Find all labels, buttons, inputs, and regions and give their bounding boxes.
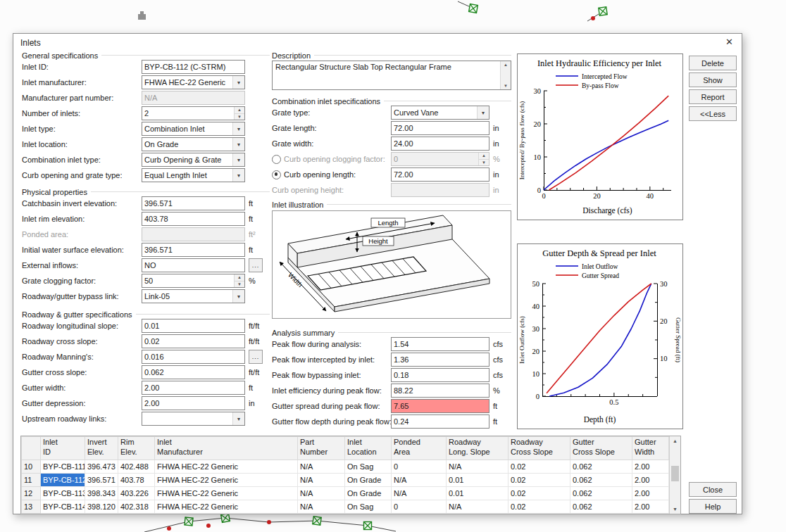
row-number-cell[interactable]: 13 — [22, 500, 41, 514]
show-button[interactable]: Show — [689, 72, 737, 87]
table-cell[interactable]: BYP-CB-111 ( — [41, 460, 85, 474]
table-cell[interactable]: 0 — [392, 460, 447, 474]
table-row[interactable]: 11BYP-CB-112 (396.571403.78FHWA HEC-22 G… — [22, 474, 669, 487]
table-cell[interactable]: 0.02 — [509, 500, 570, 514]
ellipsis-button[interactable]: ... — [249, 350, 263, 364]
curb-opening-clogging-factor-radio[interactable] — [272, 155, 281, 164]
table-cell[interactable]: 402.488 — [118, 460, 155, 474]
column-header[interactable]: RimElev. — [118, 437, 155, 460]
spinner-buttons[interactable]: ▲▼ — [478, 153, 489, 165]
table-cell[interactable]: 2.00 — [632, 460, 669, 474]
curb-opening-length-radio[interactable] — [272, 170, 281, 179]
gutter-spread-during-peak-flow-input[interactable]: 7.65 — [391, 399, 489, 413]
description-input[interactable]: Rectangular Structure Slab Top Rectangul… — [272, 61, 511, 90]
table-cell[interactable]: 0.02 — [509, 474, 570, 487]
column-header[interactable]: RoadwayLong. Slope — [447, 437, 509, 460]
inlet-type-select[interactable]: Combination Inlet▾ — [142, 122, 245, 136]
table-cell[interactable]: N/A — [392, 487, 447, 500]
external-inflows-input[interactable]: NO — [142, 258, 245, 272]
table-cell[interactable]: N/A — [447, 460, 509, 474]
table-cell[interactable]: FHWA HEC-22 Generic — [155, 500, 298, 514]
initial-water-surface-elevation-input[interactable]: 396.571 — [142, 243, 245, 257]
table-cell[interactable]: BYP-CB-112 ( — [41, 474, 85, 487]
gutter-depression-input[interactable]: 2.00 — [142, 396, 245, 410]
table-cell[interactable]: On Grade — [345, 474, 392, 487]
chevron-down-icon[interactable]: ▾ — [232, 76, 244, 89]
scroll-down-icon[interactable]: ▼ — [670, 507, 680, 512]
scroll-up-icon[interactable]: ▲ — [670, 438, 680, 443]
chevron-down-icon[interactable]: ▾ — [232, 412, 244, 425]
column-header[interactable] — [22, 437, 41, 460]
table-cell[interactable]: 398.120 — [85, 500, 118, 514]
gutter-cross-slope-input[interactable]: 0.062 — [142, 365, 245, 379]
table-cell[interactable]: 0.02 — [509, 487, 570, 500]
table-cell[interactable]: 0.01 — [447, 474, 509, 487]
inlet-id-input[interactable]: BYP-CB-112 (C-STRM) — [142, 60, 245, 74]
number-of-inlets-spinner[interactable]: 2▲▼ — [142, 106, 245, 120]
scrollbar-thumb[interactable] — [671, 466, 679, 481]
inlet-location-select[interactable]: On Grade▾ — [142, 137, 245, 151]
report-button[interactable]: Report — [689, 89, 737, 104]
inlet-efficiency-during-peak-flow-input[interactable]: 88.22 — [391, 384, 489, 398]
inlet-rim-elevation-input[interactable]: 403.78 — [142, 212, 245, 226]
column-header[interactable]: InletManufacturer — [155, 437, 298, 460]
row-number-cell[interactable]: 10 — [22, 460, 41, 474]
spinner-down-icon[interactable]: ▼ — [479, 160, 489, 166]
curb-opening-height-input[interactable] — [391, 183, 489, 197]
table-cell[interactable]: On Sag — [345, 500, 392, 514]
table-row[interactable]: 12BYP-CB-113 (398.343403.226FHWA HEC-22 … — [22, 487, 669, 500]
table-cell[interactable]: 2.00 — [632, 487, 669, 500]
table-cell[interactable]: 403.226 — [118, 487, 155, 500]
table-cell[interactable]: 2.00 — [632, 474, 669, 487]
column-header[interactable]: InletLocation — [345, 437, 392, 460]
column-header[interactable]: PartNumber — [298, 437, 345, 460]
delete-button[interactable]: Delete — [689, 56, 737, 70]
table-cell[interactable]: 0.062 — [570, 460, 632, 474]
chevron-down-icon[interactable]: ▾ — [232, 169, 244, 182]
ponded-area-input[interactable] — [142, 227, 245, 241]
row-number-cell[interactable]: 11 — [22, 474, 41, 487]
close-icon[interactable]: ✕ — [725, 37, 733, 47]
chevron-down-icon[interactable]: ▾ — [232, 138, 244, 151]
chevron-down-icon[interactable]: ▾ — [232, 290, 244, 303]
table-cell[interactable]: 0.062 — [570, 474, 632, 487]
table-cell[interactable]: On Sag — [345, 460, 392, 474]
table-cell[interactable]: 0.062 — [570, 500, 632, 514]
help-button[interactable]: Help — [689, 499, 737, 514]
column-header[interactable]: GutterCross Slope — [570, 437, 632, 460]
roadway-gutter-bypass-link-select[interactable]: Link-05▾ — [142, 289, 245, 303]
spinner-buttons[interactable]: ▲▼ — [234, 107, 244, 120]
table-cell[interactable]: N/A — [392, 474, 447, 487]
spinner-up-icon[interactable]: ▲ — [235, 274, 244, 281]
grate-width-input[interactable]: 24.00 — [391, 137, 489, 151]
grate-clogging-factor-spinner[interactable]: 50▲▼ — [142, 274, 245, 288]
close-button[interactable]: Close — [689, 482, 737, 497]
chevron-down-icon[interactable]: ▾ — [232, 122, 244, 135]
spinner-down-icon[interactable]: ▼ — [235, 281, 244, 288]
catchbasin-invert-elevation-input[interactable]: 396.571 — [142, 196, 245, 210]
table-cell[interactable]: FHWA HEC-22 Generic — [155, 487, 298, 500]
inlet-manufacturer-select[interactable]: FHWA HEC-22 Generic▾ — [142, 75, 245, 89]
spinner-up-icon[interactable]: ▲ — [235, 107, 244, 114]
chevron-down-icon[interactable]: ▾ — [477, 106, 489, 119]
column-header[interactable]: RoadwayCross Slope — [509, 437, 570, 460]
manufacturer-part-number-input[interactable]: N/A — [142, 91, 245, 105]
table-cell[interactable]: 2.00 — [632, 500, 669, 514]
curb-opening-clogging-factor-spinner[interactable]: 0▲▼ — [391, 152, 489, 166]
table-cell[interactable]: 402.318 — [118, 500, 155, 514]
table-cell[interactable]: 0.062 — [570, 487, 632, 500]
column-header[interactable]: GutterWidth — [632, 437, 669, 460]
table-cell[interactable]: 396.571 — [85, 474, 118, 487]
column-header[interactable]: InletID — [41, 437, 85, 460]
column-header[interactable]: InvertElev. — [85, 437, 118, 460]
roadway-manning-s-input[interactable]: 0.016 — [142, 350, 245, 364]
table-cell[interactable]: FHWA HEC-22 Generic — [155, 460, 298, 474]
spinner-down-icon[interactable]: ▼ — [235, 114, 244, 120]
table-cell[interactable]: BYP-CB-114 ( — [41, 500, 85, 514]
upstream-roadway-links-select[interactable]: ▾ — [142, 412, 245, 426]
peak-flow-bypassing-inlet-input[interactable]: 0.18 — [391, 368, 489, 382]
table-cell[interactable]: 403.78 — [118, 474, 155, 487]
less-button[interactable]: <<Less — [689, 106, 737, 121]
peak-flow-during-analysis-input[interactable]: 1.54 — [391, 337, 489, 351]
gutter-width-input[interactable]: 2.00 — [142, 381, 245, 395]
